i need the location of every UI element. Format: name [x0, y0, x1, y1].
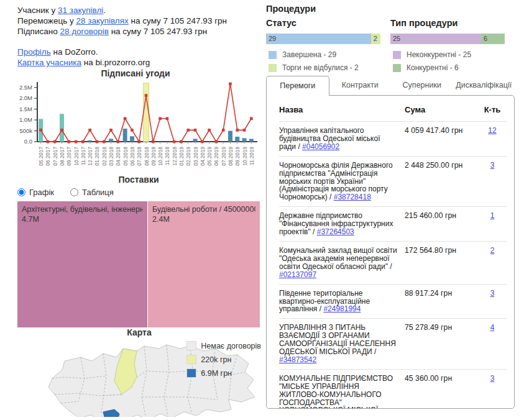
bar-10.2019[interactable] [242, 138, 247, 142]
line-marker-03.2018[interactable] [109, 129, 113, 132]
line-marker-08.2017[interactable] [60, 129, 63, 132]
bar-09.2019[interactable] [235, 137, 239, 142]
line-marker-10.2017[interactable] [75, 140, 78, 144]
cell-count: 2 [478, 247, 507, 279]
x-tick-label: 03.2018 [108, 147, 114, 166]
count-link[interactable]: 3 [490, 289, 495, 298]
org-edrpou-link[interactable]: #38728418 [334, 193, 371, 201]
purchases-count-link[interactable]: 31 закупівлі [58, 6, 103, 15]
line-marker-06.2017[interactable] [47, 140, 50, 144]
contracts-count-link[interactable]: 28 договорів [60, 27, 109, 36]
bar-03.2018[interactable] [109, 139, 113, 142]
line-marker-06.2018[interactable] [131, 129, 134, 132]
count-link[interactable]: 3 [490, 374, 495, 383]
tab-дискваліфікації[interactable]: Дискваліфікації [453, 76, 515, 95]
bar-05.2018[interactable] [123, 129, 127, 142]
line-marker-07.2019[interactable] [222, 129, 225, 132]
procedures-title: Процедури [266, 4, 516, 14]
line-marker-11.2017[interactable] [81, 140, 85, 144]
results-tabs: ПеремогиКонтрактиСуперникиДискваліфікаці… [266, 76, 515, 95]
chart-radio[interactable] [17, 188, 25, 196]
wins-count-link[interactable]: 28 закупівлях [76, 16, 128, 25]
count-link[interactable]: 4 [490, 323, 495, 332]
count-link[interactable]: 12 [488, 126, 496, 135]
bar-06.2018[interactable] [130, 136, 134, 142]
bar-11.2019[interactable] [249, 139, 254, 142]
line-marker-10.2018[interactable] [159, 117, 162, 120]
cell-count: 3 [478, 162, 507, 202]
line-marker-09.2018[interactable] [152, 140, 155, 144]
count-link[interactable]: 2 [490, 246, 495, 255]
count-link[interactable]: 3 [490, 161, 495, 170]
tab-суперники[interactable]: Суперники [391, 76, 453, 95]
stacked-bar-type: 256 [390, 34, 505, 44]
procedure-group-status: Статус292Завершена - 29Торги не відбулис… [266, 18, 380, 72]
x-tick-label: 06.2017 [45, 147, 51, 166]
line-marker-07.2018[interactable] [137, 140, 140, 144]
bar-segment-конкурентні[interactable]: 6 [481, 34, 505, 44]
table-radio[interactable] [70, 188, 78, 196]
line-marker-05.2019[interactable] [208, 129, 211, 132]
tab-перемоги[interactable]: Перемоги [266, 76, 329, 96]
bar-segment-неконкурентні[interactable]: 25 [390, 34, 481, 44]
bar-segment-торги не відбулися[interactable]: 2 [371, 34, 380, 44]
org-edrpou-link[interactable]: #24981994 [323, 304, 361, 313]
line-marker-09.2017[interactable] [68, 140, 71, 144]
line-marker-03.2019[interactable] [194, 129, 197, 132]
line-marker-04.2019[interactable] [201, 140, 204, 144]
line-marker-08.2019[interactable] [229, 83, 232, 86]
line-marker-02.2018[interactable] [103, 140, 106, 144]
cell-count: 1 [478, 212, 507, 236]
dozorro-profile-link[interactable]: Профіль [17, 47, 51, 57]
bar-08.2018[interactable] [144, 83, 149, 142]
profile-line: Профіль на DoZorro. [17, 47, 227, 57]
cell-amount: 172 564.80 грн [405, 247, 478, 279]
procedures-section: Процедури Статус292Завершена - 29Торги н… [266, 4, 516, 72]
org-edrpou-link[interactable]: #34873542 [279, 355, 316, 364]
procedure-group-type: Тип процедури256Неконкурентні - 25Конкур… [390, 18, 505, 72]
x-tick-label: 11.2018 [164, 147, 170, 165]
line-marker-01.2019[interactable] [180, 140, 183, 144]
cell-amount: 4 059 417.40 грн [405, 127, 478, 151]
participant-summary: Учасник у 31 закупівлі. Переможець у 28 … [17, 5, 227, 68]
line-marker-01.2018[interactable] [96, 140, 99, 144]
line-marker-05.2017[interactable] [39, 129, 42, 132]
line-marker-11.2019[interactable] [250, 117, 253, 120]
line-marker-07.2017[interactable] [53, 140, 57, 144]
org-edrpou-link[interactable]: #37264503 [317, 227, 354, 236]
line-marker-06.2019[interactable] [215, 140, 218, 144]
line-marker-11.2018[interactable] [166, 117, 169, 120]
column-header-count: К-ть [478, 105, 507, 114]
bar-08.2019[interactable] [228, 131, 232, 142]
line-marker-10.2019[interactable] [243, 129, 246, 132]
line-marker-04.2018[interactable] [117, 140, 120, 144]
bar-segment-завершена[interactable]: 29 [266, 34, 371, 44]
map-legend-label: 220k грн [201, 355, 231, 364]
line-marker-12.2017[interactable] [88, 129, 91, 132]
line-marker-05.2018[interactable] [124, 117, 127, 120]
treemap-cell-1[interactable]: Архітектурні, будівельні, інженерні та і… [17, 201, 147, 327]
treemap-cell-2[interactable]: Будівельні роботи / 45000000-72.4M [147, 201, 260, 327]
view-option-table[interactable]: Таблиця [70, 188, 114, 197]
participant-card-link[interactable]: Картка учасника [17, 58, 81, 67]
cell-name: КОМУНАЛЬНЕ ПІДПРИЄМСТВО "МІСЬКЕ УПРАВЛІН… [279, 375, 405, 409]
bar-08.2017[interactable] [60, 114, 64, 142]
line-marker-02.2019[interactable] [186, 129, 190, 132]
cell-name: УПРАВЛІННЯ З ПИТАНЬ ВЗАЄМОДІЇ З ОРГАНАМИ… [279, 324, 405, 364]
x-tick-label: 06.2019 [213, 147, 219, 166]
x-tick-label: 02.2018 [101, 147, 108, 166]
count-link[interactable]: 1 [490, 211, 495, 220]
line-marker-08.2018[interactable] [145, 94, 148, 97]
line-marker-12.2018[interactable] [173, 140, 176, 144]
org-name: УПРАВЛІННЯ З ПИТАНЬ ВЗАЄМОДІЇ З ОРГАНАМИ… [279, 323, 396, 356]
bar-12.2017[interactable] [88, 140, 92, 142]
signed-agreements-chart[interactable]: 0.0500k1.0M1.5M2.0M2.5M05.201706.201707.… [10, 80, 261, 174]
bar-03.2019[interactable] [193, 139, 198, 142]
tab-контракти[interactable]: Контракти [329, 76, 392, 95]
table-row: Чорноморська філія Державного підприємст… [279, 157, 507, 208]
line-marker-09.2019[interactable] [236, 129, 239, 132]
org-edrpou-link[interactable]: #04056902 [302, 142, 339, 151]
cell-amount: 88 917.24 грн [405, 290, 478, 314]
org-edrpou-link[interactable]: #02137097 [279, 270, 316, 279]
view-option-chart[interactable]: Графік [17, 188, 54, 197]
